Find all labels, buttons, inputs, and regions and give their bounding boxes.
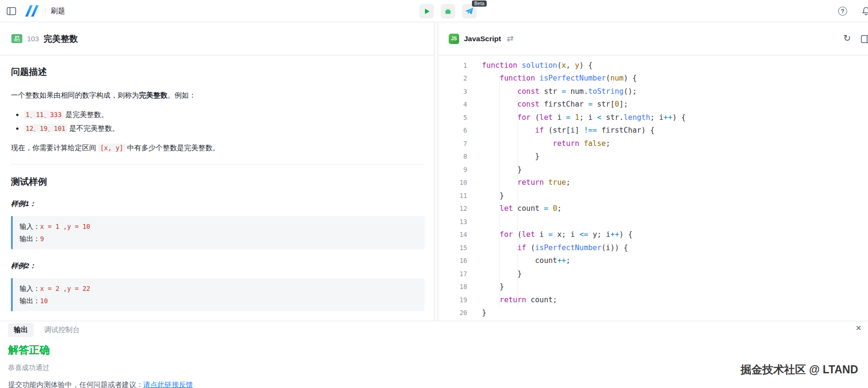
output-value: 10 <box>40 297 48 305</box>
close-button[interactable]: × <box>856 323 861 333</box>
code-line[interactable]: 9 } <box>438 163 868 176</box>
notifications-button[interactable] <box>861 6 868 16</box>
brand-logo[interactable] <box>24 5 40 17</box>
code-line[interactable]: 13 <box>438 215 868 228</box>
section-divider <box>11 164 425 164</box>
code-line[interactable]: 4 const firstChar = str[0]; <box>438 98 868 111</box>
problem-panel: 易 103 完美整数 问题描述 一个整数如果由相同的数字构成，则称为完美整数。例… <box>0 22 434 321</box>
app-title: 刷题 <box>51 7 65 16</box>
code-line[interactable]: 12 let count = 0; <box>438 202 868 216</box>
code-line-text: return true; <box>482 178 571 187</box>
input-value: x = 2 ,y = 22 <box>40 285 91 292</box>
code-line[interactable]: 19 return count; <box>438 293 868 307</box>
code-line-text: function solution(x, y) { <box>482 61 592 70</box>
code-line-text: } <box>482 152 539 161</box>
example-block: 输入：x = 2 ,y = 22 输出：10 <box>11 278 425 311</box>
line-number: 7 <box>438 140 467 147</box>
code-line[interactable]: 5 for (let i = 1; i < str.length; i++) { <box>438 111 868 124</box>
description-text: 一个整数如果由相同的数字构成，则称为 <box>11 91 139 99</box>
code-line[interactable]: 15 if (isPerfectNumber(i)) { <box>438 241 868 254</box>
inline-code: [x, y] <box>98 144 125 152</box>
code-line-text: return count; <box>482 296 557 304</box>
panel-divider[interactable] <box>434 22 438 321</box>
code-line-text: return false; <box>482 139 610 148</box>
line-number: 10 <box>438 179 467 186</box>
inline-code: 12、19、101 <box>24 124 67 133</box>
line-number: 8 <box>438 153 467 160</box>
run-button[interactable] <box>419 4 434 18</box>
code-line[interactable]: 7 return false; <box>438 137 868 150</box>
examples-heading: 测试样例 <box>11 176 425 188</box>
editor-header: JS JavaScript ⇄ ↻ <box>438 22 868 55</box>
code-line-text: } <box>482 282 504 291</box>
line-number: 14 <box>438 231 467 238</box>
line-number: 5 <box>438 114 467 121</box>
swap-icon: ⇄ <box>507 34 513 43</box>
line-number: 1 <box>438 62 467 69</box>
refresh-icon: ↻ <box>843 33 851 43</box>
code-line-text: for (let i = x; i <= y; i++) { <box>482 230 632 239</box>
feedback-line: 提交功能内测体验中，任何问题或者建议：请点此链接反馈 <box>8 380 868 388</box>
line-number: 17 <box>438 270 467 278</box>
code-line[interactable]: 20} <box>438 307 868 320</box>
code-line-text: let count = 0; <box>482 204 562 213</box>
list-item-text: 是完美整数。 <box>64 110 108 118</box>
example-label: 样例1： <box>11 199 425 208</box>
code-line[interactable]: 18 } <box>438 280 868 294</box>
bullet-list: 1、11、333 是完美整数。 12、19、101 是不完美整数。 <box>11 109 425 134</box>
input-label: 输入： <box>19 223 40 230</box>
code-line[interactable]: 11 } <box>438 189 868 202</box>
debug-button[interactable] <box>441 4 455 18</box>
code-line[interactable]: 2 function isPerfectNumber(num) { <box>438 72 868 85</box>
code-line[interactable]: 17 } <box>438 267 868 280</box>
code-line[interactable]: 14 for (let i = x; i <= y; i++) { <box>438 228 868 242</box>
switch-language-button[interactable]: ⇄ <box>507 34 513 44</box>
code-line[interactable]: 6 if (str[i] !== firstChar) { <box>438 124 868 137</box>
tab-debug-console[interactable]: 调试控制台 <box>41 323 83 337</box>
sidebar-toggle-icon <box>7 7 16 15</box>
code-line-text: } <box>482 191 504 200</box>
sidebar-toggle-button[interactable] <box>7 7 16 15</box>
list-item: 12、19、101 是不完美整数。 <box>24 123 425 134</box>
code-line[interactable]: 1function solution(x, y) { <box>438 59 868 72</box>
feedback-link[interactable]: 请点此链接反馈 <box>143 380 193 388</box>
task-text-post: 中有多少个整数是完美整数。 <box>125 144 220 152</box>
task-text: 现在，你需要计算给定区间 <box>11 144 98 152</box>
difficulty-badge: 易 <box>11 34 22 43</box>
run-toolbar <box>419 4 477 18</box>
problem-title: 完美整数 <box>44 33 78 45</box>
line-number: 6 <box>438 126 467 134</box>
javascript-icon: JS <box>449 34 459 44</box>
code-line[interactable]: 10 return true; <box>438 176 868 189</box>
problem-header: 易 103 完美整数 <box>0 22 434 55</box>
code-line[interactable]: 16 count++; <box>438 254 868 268</box>
result-status: 解答正确 <box>8 343 868 357</box>
tab-output[interactable]: 输出 <box>8 323 34 337</box>
problem-task: 现在，你需要计算给定区间 [x, y] 中有多少个整数是完美整数。 <box>11 142 425 153</box>
line-number: 11 <box>438 192 467 199</box>
output-panel: 输出 调试控制台 × 解答正确 恭喜成功通过 提交功能内测体验中，任何问题或者建… <box>0 321 868 388</box>
example-block: 输入：x = 1 ,y = 10 输出：9 <box>11 216 425 249</box>
output-label: 输出： <box>19 235 40 243</box>
console-tabs: 输出 调试控制台 <box>8 321 868 338</box>
reset-code-button[interactable]: ↻ <box>843 34 851 43</box>
inline-code: 1、11、333 <box>24 110 64 119</box>
code-line-text: } <box>482 270 522 278</box>
example-input: 输入：x = 1 ,y = 10 <box>19 220 418 233</box>
watermark: 掘金技术社区 @ LTAND <box>740 362 858 377</box>
panel-layout-button[interactable] <box>861 35 868 45</box>
example-label: 样例2： <box>11 262 425 271</box>
code-line-text: for (let i = 1; i < str.length; i++) { <box>482 113 685 122</box>
code-line[interactable]: 8 } <box>438 150 868 163</box>
code-line-text: function isPerfectNumber(num) { <box>482 74 637 82</box>
input-label: 输入： <box>19 285 40 292</box>
code-editor[interactable]: 1function solution(x, y) {2 function isP… <box>438 55 868 321</box>
help-button[interactable]: ? <box>838 7 847 16</box>
line-number: 16 <box>438 257 467 264</box>
line-number: 12 <box>438 205 467 212</box>
problem-content: 问题描述 一个整数如果由相同的数字构成，则称为完美整数。例如： 1、11、333… <box>0 55 434 321</box>
paper-plane-icon <box>465 7 474 15</box>
description-bold: 完美整数 <box>139 91 167 99</box>
code-line[interactable]: 3 const str = num.toString(); <box>438 85 868 98</box>
line-number: 13 <box>438 218 467 226</box>
